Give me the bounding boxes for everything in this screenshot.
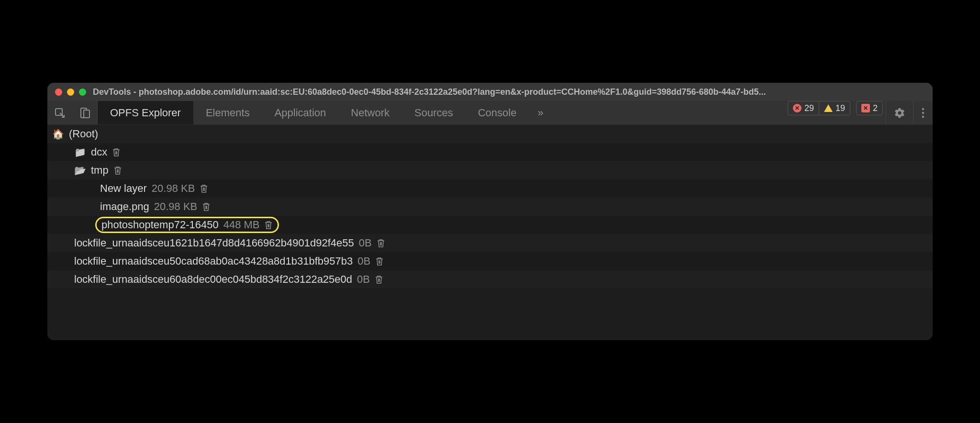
console-issue-counters[interactable]: ✕ 29 19 — [788, 101, 850, 115]
tab-label: Elements — [206, 107, 250, 119]
item-size: 448 MB — [223, 219, 260, 231]
delete-trash-icon[interactable] — [377, 238, 385, 248]
folder-icon: 📁 — [74, 146, 86, 158]
error-count-value: 29 — [804, 103, 814, 113]
file-item-highlighted[interactable]: photoshoptemp72-16450 448 MB — [47, 216, 933, 234]
error-icon: ✕ — [793, 104, 802, 112]
delete-trash-icon[interactable] — [375, 275, 383, 284]
devtools-tabbar: OPFS Explorer Elements Application Netwo… — [47, 101, 933, 125]
highlight-annotation: photoshoptemp72-16450 448 MB — [95, 217, 279, 233]
file-item[interactable]: lockfile_urnaaidsceu60a8dec00ec045bd834f… — [47, 270, 933, 289]
folder-item[interactable]: 📂 tmp — [47, 161, 933, 179]
issues-icon: ✕ — [861, 104, 870, 112]
tab-network[interactable]: Network — [338, 101, 402, 124]
svg-point-4 — [922, 111, 924, 113]
item-size: 0B — [357, 273, 370, 286]
item-size: 20.98 KB — [152, 182, 195, 195]
item-name: New layer — [100, 182, 147, 195]
delete-trash-icon[interactable] — [375, 256, 384, 266]
tab-opfs-explorer[interactable]: OPFS Explorer — [98, 101, 193, 124]
titlebar: DevTools - photoshop.adobe.com/id/urn:aa… — [47, 83, 933, 101]
more-options-kebab-icon[interactable] — [913, 101, 933, 124]
file-item[interactable]: image.png 20.98 KB — [47, 198, 933, 216]
file-item[interactable]: New layer 20.98 KB — [47, 179, 933, 198]
item-name: photoshoptemp72-16450 — [101, 219, 219, 231]
tab-sources[interactable]: Sources — [402, 101, 466, 124]
tab-label: Console — [478, 107, 517, 119]
folder-open-icon: 📂 — [74, 165, 86, 176]
issues-count-value: 2 — [873, 103, 878, 113]
tabs-overflow-button[interactable]: » — [529, 101, 552, 124]
window-title: DevTools - photoshop.adobe.com/id/urn:aa… — [93, 87, 925, 97]
tab-application[interactable]: Application — [262, 101, 339, 124]
tab-elements[interactable]: Elements — [193, 101, 262, 124]
error-count[interactable]: ✕ 29 — [788, 101, 819, 115]
item-size: 0B — [357, 255, 370, 267]
folder-item[interactable]: 📁 dcx — [47, 143, 933, 161]
maximize-window-button[interactable] — [79, 89, 86, 96]
delete-trash-icon[interactable] — [112, 147, 121, 157]
warning-icon — [824, 104, 833, 112]
svg-point-5 — [922, 115, 924, 117]
item-name: lockfile_urnaaidsceu1621b1647d8d4166962b… — [74, 237, 354, 249]
device-toolbar-icon[interactable] — [72, 101, 97, 124]
item-name: lockfile_urnaaidsceu50cad68ab0ac43428a8d… — [74, 255, 353, 267]
delete-trash-icon[interactable] — [200, 184, 208, 193]
root-label: (Root) — [69, 128, 98, 140]
tab-label: Application — [275, 107, 326, 119]
delete-trash-icon[interactable] — [202, 202, 211, 212]
warning-count-value: 19 — [835, 103, 845, 113]
window-controls — [55, 89, 86, 96]
issues-counter[interactable]: ✕ 2 — [856, 101, 883, 115]
warning-count[interactable]: 19 — [819, 101, 850, 115]
tab-label: OPFS Explorer — [110, 107, 181, 119]
item-name: tmp — [91, 164, 109, 177]
svg-point-3 — [922, 108, 924, 110]
tab-console[interactable]: Console — [466, 101, 529, 124]
item-size: 20.98 KB — [154, 200, 198, 213]
tab-label: Network — [351, 107, 390, 119]
svg-rect-2 — [84, 110, 89, 118]
file-item[interactable]: lockfile_urnaaidsceu1621b1647d8d4166962b… — [47, 234, 933, 252]
chevron-double-right-icon: » — [537, 107, 543, 119]
opfs-tree: 🏠 (Root) 📁 dcx 📂 tmp New layer 20.98 K — [47, 125, 933, 340]
inspect-element-icon[interactable] — [47, 101, 72, 124]
delete-trash-icon[interactable] — [264, 220, 273, 230]
devtools-window: DevTools - photoshop.adobe.com/id/urn:aa… — [47, 83, 933, 340]
item-name: image.png — [100, 200, 149, 213]
item-size: 0B — [359, 237, 372, 249]
minimize-window-button[interactable] — [67, 89, 74, 96]
file-item[interactable]: lockfile_urnaaidsceu50cad68ab0ac43428a8d… — [47, 252, 933, 270]
settings-gear-icon[interactable] — [886, 101, 913, 124]
delete-trash-icon[interactable] — [113, 166, 122, 175]
home-icon: 🏠 — [52, 129, 64, 139]
item-name: lockfile_urnaaidsceu60a8dec00ec045bd834f… — [74, 273, 352, 286]
tab-label: Sources — [414, 107, 453, 119]
item-name: dcx — [91, 146, 107, 158]
tree-root[interactable]: 🏠 (Root) — [47, 125, 933, 143]
close-window-button[interactable] — [55, 89, 62, 96]
